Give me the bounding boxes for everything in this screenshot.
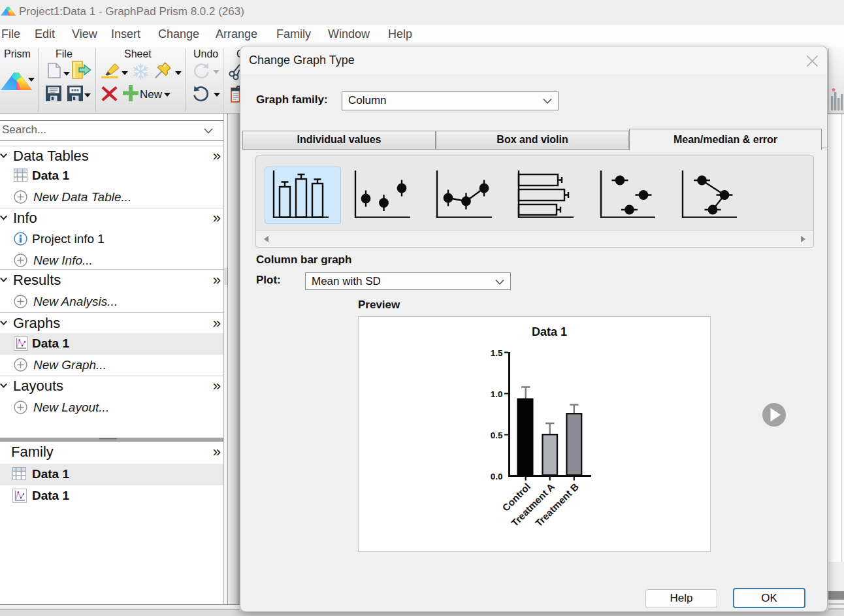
svg-text:1.0: 1.0 [491,389,503,399]
svg-text:1.5: 1.5 [491,348,503,358]
svg-text:Data 1: Data 1 [532,325,567,338]
svg-text:0.0: 0.0 [491,472,503,481]
svg-text:0.5: 0.5 [491,430,503,440]
